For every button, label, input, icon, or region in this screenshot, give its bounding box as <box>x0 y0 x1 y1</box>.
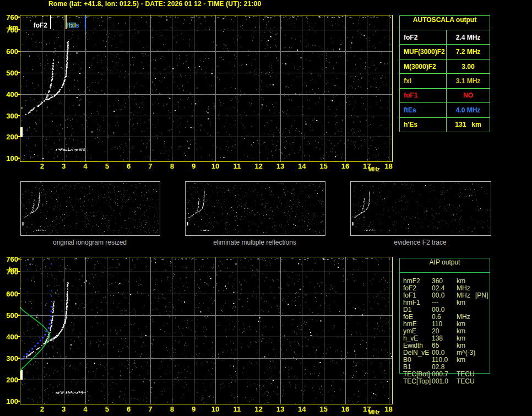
x-axis-label: 14 <box>295 162 308 170</box>
aip-row-hmf2: hmF2360km <box>399 278 490 285</box>
panel-eliminate-reflections <box>185 181 325 236</box>
autoscala-row-label: MUF(3000)F2 <box>400 45 447 58</box>
y-axis-tick <box>17 258 20 260</box>
aip-row-ewidth: Ewidth65km <box>399 342 490 349</box>
aip-row-value: 65 <box>432 342 439 349</box>
y-axis-tick <box>17 336 20 337</box>
aip-row-label: B0 <box>403 356 411 364</box>
aip-row-hve: h_vE138km <box>399 335 490 342</box>
page-title: Rome (lat: +41.8, lon: 012.5) - DATE: 20… <box>48 0 261 8</box>
x-axis-label: 5 <box>100 405 113 413</box>
autoscala-row-value: 3.1 MHz <box>447 77 490 85</box>
x-axis-label: 16 <box>339 162 352 170</box>
aip-row-unit: km <box>457 356 465 364</box>
aip-row-value: 02.4 <box>432 285 444 292</box>
aip-row-b1: B102.8 <box>399 364 490 371</box>
x-axis-label: 18 <box>382 405 395 413</box>
y-axis-tick <box>17 115 20 116</box>
aip-row-hmf1: hmF1---km <box>399 299 490 306</box>
x-axis-label: 13 <box>274 162 287 170</box>
autoscala-row-label: foF2 <box>400 30 447 44</box>
x-axis-label: 15 <box>317 162 330 170</box>
panel-evidence-caption: evidence F2 trace <box>350 239 490 246</box>
x-axis-label: 12 <box>252 162 265 170</box>
aip-row-unit: km <box>457 328 465 335</box>
aip-row-label: TEC[Bot] <box>403 371 430 378</box>
y-axis-label: 400 <box>0 333 18 341</box>
x-axis-label: 3 <box>57 162 70 170</box>
y-axis-label: 300 <box>0 112 18 120</box>
aip-row-label: D1 <box>403 306 411 314</box>
x-axis-label: 11 <box>230 405 243 413</box>
panel-original-canvas <box>21 182 159 234</box>
y-axis-label: 600 <box>0 290 18 298</box>
x-axis-label: 6 <box>122 405 135 413</box>
autoscala-row-value: 131 km <box>447 121 490 128</box>
autoscala-row-label: fxI <box>400 74 447 88</box>
x-axis-label: 4 <box>79 162 92 170</box>
x-axis-label: 15 <box>317 405 330 413</box>
aip-row-label: h_vE <box>403 335 418 342</box>
panel-eliminate-caption: eliminate multiple reflections <box>185 239 324 246</box>
foF2-marker-label: foF2 <box>26 21 47 29</box>
autoscala-row-label: h'Es <box>400 118 447 132</box>
aip-row-value: 110.0 <box>432 356 448 364</box>
y-axis-label: 200 <box>0 376 18 384</box>
aip-row-value: 000.7 <box>432 371 448 378</box>
aip-row-fof2: foF202.4MHz <box>399 285 490 292</box>
y-axis-tick <box>17 136 20 137</box>
x-axis-label: 11 <box>230 162 243 170</box>
x-axis-label: 8 <box>165 405 178 413</box>
x-axis-label: 16 <box>339 405 352 413</box>
y-axis-tick <box>17 158 20 159</box>
aip-row-value: 00.0 <box>432 292 444 299</box>
aip-row-unit: km <box>457 321 465 328</box>
aip-table-title: AIP output <box>400 258 490 273</box>
autoscala-row-value: NO <box>447 91 490 99</box>
top-ionogram-frame <box>20 15 393 162</box>
aip-row-label: foF2 <box>403 285 416 292</box>
top-ionogram-canvas <box>20 15 392 161</box>
panel-original-ionogram <box>20 181 160 236</box>
aip-row-unit: km <box>457 342 465 349</box>
x-axis-label: 9 <box>187 405 200 413</box>
autoscala-screen: Rome (lat: +41.8, lon: 012.5) - DATE: 20… <box>0 0 532 416</box>
aip-row-label: ymE <box>403 328 416 335</box>
y-axis-tick <box>17 51 20 52</box>
aip-row-value: 001.0 <box>432 378 448 385</box>
ftEs-marker-label: ftEs <box>67 21 79 29</box>
y-axis-label: 200 <box>0 133 18 141</box>
y-axis-label: 300 <box>0 354 18 363</box>
autoscala-row-label: ftEs <box>400 103 447 117</box>
panel-evidence-canvas <box>351 182 490 234</box>
x-axis-label: 2 <box>35 162 48 170</box>
autoscala-row-value: 4.0 MHz <box>447 106 490 114</box>
aip-row-label: Ewidth <box>403 342 423 349</box>
aip-row-label: TEC[Top] <box>403 378 431 385</box>
aip-row-value: 0.6 <box>432 314 441 321</box>
autoscala-row-muf3000f2: MUF(3000)F27.2 MHz <box>400 45 490 59</box>
y-axis-tick <box>17 315 20 316</box>
aip-row-value: 00.0 <box>432 306 444 314</box>
y-axis-tick <box>17 401 20 402</box>
x-axis-label: 6 <box>122 162 135 170</box>
ftEs-marker-line <box>85 15 86 29</box>
autoscala-row-fof2: foF22.4 MHz <box>400 30 490 45</box>
aip-row-label: hmF2 <box>403 278 420 285</box>
autoscala-row-fxi: fxI3.1 MHz <box>400 74 490 88</box>
aip-row-tectop: TEC[Top]001.0TECU <box>399 378 490 385</box>
y-axis-unit: km <box>0 24 18 31</box>
foF2-marker-line <box>50 15 51 29</box>
aip-row-value: 00.0 <box>432 349 444 356</box>
x-axis-label: 8 <box>165 162 178 170</box>
aip-row-value: 20 <box>432 328 439 335</box>
aip-row-label: hmE <box>403 321 417 328</box>
y-axis-label: 500 <box>0 311 18 320</box>
y-axis-tick <box>17 72 20 73</box>
panel-original-caption: original ionogram resized <box>20 239 159 246</box>
y-axis-tick <box>17 94 20 95</box>
aip-row-hme: hmE110km <box>399 321 490 328</box>
aip-row-value: 02.8 <box>432 364 444 371</box>
aip-row-unit: MHz <box>457 292 470 299</box>
autoscala-row-label: M(3000)F2 <box>400 60 447 73</box>
